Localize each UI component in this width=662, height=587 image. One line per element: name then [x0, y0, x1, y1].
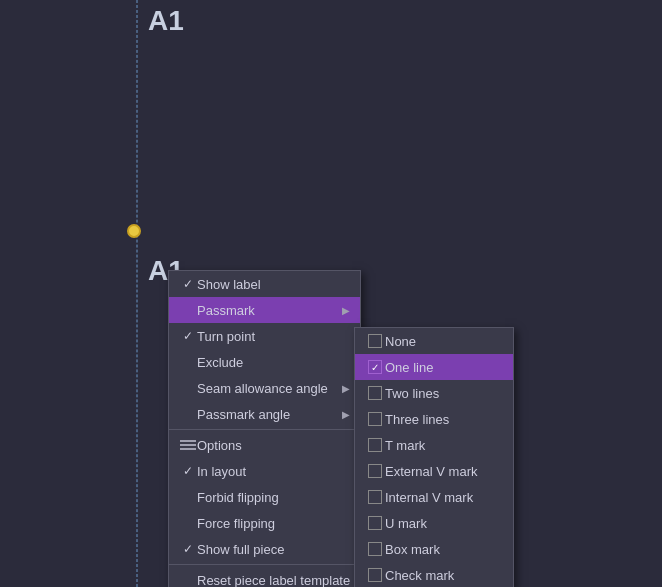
- menu-item-force-flipping[interactable]: Force flipping: [169, 510, 360, 536]
- menu-label-in-layout: In layout: [197, 464, 350, 479]
- menu-label-passmark: Passmark: [197, 303, 342, 318]
- arrow-seam-allowance: ▶: [342, 383, 350, 394]
- canvas-area: A1 A1 ✓ Show label Passmark ▶: [0, 0, 662, 587]
- submenu-label-none: None: [385, 334, 416, 349]
- menu-item-passmark-angle[interactable]: Passmark angle ▶: [169, 401, 360, 427]
- submenu-label-check-mark: Check mark: [385, 568, 454, 583]
- checkbox-three-lines: [368, 412, 382, 426]
- checkbox-t-mark: [368, 438, 382, 452]
- menu-item-reset-label[interactable]: Reset piece label template: [169, 567, 360, 587]
- check-show-full-piece: ✓: [179, 542, 197, 556]
- menu-item-exclude[interactable]: Exclude: [169, 349, 360, 375]
- menu-label-force-flipping: Force flipping: [197, 516, 350, 531]
- check-turn-point: ✓: [179, 329, 197, 343]
- divider-1: [169, 429, 360, 430]
- menu-item-forbid-flipping[interactable]: Forbid flipping: [169, 484, 360, 510]
- submenu-item-external-v[interactable]: External V mark: [355, 458, 513, 484]
- submenu-item-one-line[interactable]: ✓ One line: [355, 354, 513, 380]
- menu-item-in-layout[interactable]: ✓ In layout: [169, 458, 360, 484]
- vertical-guide-line: [136, 0, 138, 587]
- submenu-item-three-lines[interactable]: Three lines: [355, 406, 513, 432]
- menu-label-passmark-angle: Passmark angle: [197, 407, 342, 422]
- checkbox-none: [368, 334, 382, 348]
- anchor-point[interactable]: [127, 224, 141, 238]
- submenu-label-internal-v: Internal V mark: [385, 490, 473, 505]
- submenu-label-one-line: One line: [385, 360, 433, 375]
- submenu-label-t-mark: T mark: [385, 438, 425, 453]
- menu-label-show-full-piece: Show full piece: [197, 542, 350, 557]
- checkbox-two-lines: [368, 386, 382, 400]
- menu-label-show-label: Show label: [197, 277, 350, 292]
- checkbox-box-mark: [368, 542, 382, 556]
- checkbox-u-mark: [368, 516, 382, 530]
- menu-label-options: Options: [197, 438, 350, 453]
- context-menu: ✓ Show label Passmark ▶ None: [168, 270, 361, 587]
- submenu-item-none[interactable]: None: [355, 328, 513, 354]
- menu-label-seam-allowance: Seam allowance angle: [197, 381, 342, 396]
- menu-label-forbid-flipping: Forbid flipping: [197, 490, 350, 505]
- submenu-label-box-mark: Box mark: [385, 542, 440, 557]
- menu-label-turn-point: Turn point: [197, 329, 350, 344]
- submenu-item-internal-v[interactable]: Internal V mark: [355, 484, 513, 510]
- submenu-label-two-lines: Two lines: [385, 386, 439, 401]
- menu-item-show-label[interactable]: ✓ Show label: [169, 271, 360, 297]
- label-a1-top: A1: [148, 5, 184, 37]
- menu-label-reset-label: Reset piece label template: [197, 573, 350, 588]
- checkbox-one-line: ✓: [368, 360, 382, 374]
- menu-item-options[interactable]: Options: [169, 432, 360, 458]
- check-show-label: ✓: [179, 277, 197, 291]
- menu-item-passmark[interactable]: Passmark ▶ None ✓ One line: [169, 297, 360, 323]
- passmark-submenu: None ✓ One line Two lines: [354, 327, 514, 587]
- arrow-passmark-angle: ▶: [342, 409, 350, 420]
- options-lines-icon: [180, 440, 196, 450]
- submenu-item-t-mark[interactable]: T mark: [355, 432, 513, 458]
- divider-2: [169, 564, 360, 565]
- checkbox-internal-v: [368, 490, 382, 504]
- check-in-layout: ✓: [179, 464, 197, 478]
- submenu-label-three-lines: Three lines: [385, 412, 449, 427]
- bullet-options: [179, 440, 197, 450]
- arrow-passmark: ▶: [342, 305, 350, 316]
- submenu-label-external-v: External V mark: [385, 464, 477, 479]
- menu-item-show-full-piece[interactable]: ✓ Show full piece: [169, 536, 360, 562]
- checkbox-external-v: [368, 464, 382, 478]
- checkbox-check-mark: [368, 568, 382, 582]
- submenu-item-check-mark[interactable]: Check mark: [355, 562, 513, 587]
- submenu-item-u-mark[interactable]: U mark: [355, 510, 513, 536]
- menu-item-seam-allowance[interactable]: Seam allowance angle ▶: [169, 375, 360, 401]
- submenu-label-u-mark: U mark: [385, 516, 427, 531]
- menu-item-turn-point[interactable]: ✓ Turn point: [169, 323, 360, 349]
- submenu-item-box-mark[interactable]: Box mark: [355, 536, 513, 562]
- menu-label-exclude: Exclude: [197, 355, 350, 370]
- submenu-item-two-lines[interactable]: Two lines: [355, 380, 513, 406]
